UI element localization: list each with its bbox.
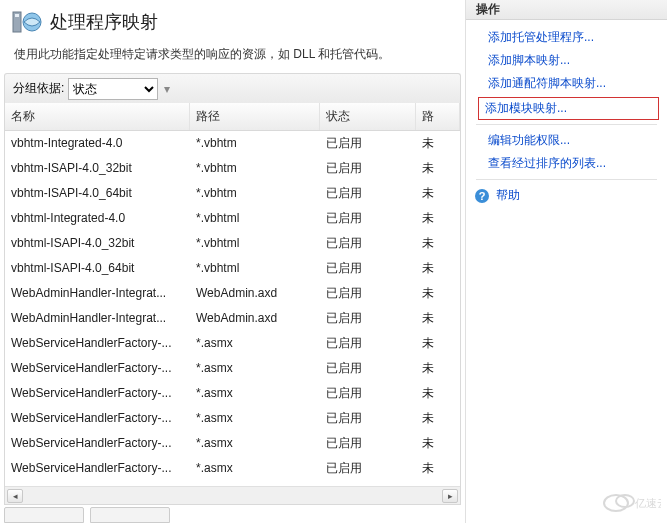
cell-state: 已启用: [320, 431, 416, 455]
table-row[interactable]: WebServiceHandlerFactory-...*.asmx已启用未: [5, 456, 460, 481]
table-row[interactable]: WebServiceHandlerFactory-...*.asmx已启用未: [5, 406, 460, 431]
actions-header: 操作: [466, 0, 667, 20]
svg-rect-1: [15, 14, 19, 17]
group-by-bar: 分组依据: 状态 ▾: [4, 73, 461, 103]
cell-extra: 未: [416, 281, 460, 305]
table-body: vbhtm-Integrated-4.0*.vbhtm已启用未vbhtm-ISA…: [5, 131, 460, 486]
table-row[interactable]: WebServiceHandlerFactory-...*.asmx已启用未: [5, 331, 460, 356]
cell-extra: 未: [416, 131, 460, 155]
title-row: 处理程序映射: [0, 0, 465, 42]
cell-extra: 未: [416, 256, 460, 280]
cell-state: 已启用: [320, 181, 416, 205]
cell-extra: 未: [416, 231, 460, 255]
cell-extra: 未: [416, 381, 460, 405]
cell-path: WebAdmin.axd: [190, 306, 320, 330]
col-header-path[interactable]: 路径: [190, 103, 320, 130]
scroll-left-button[interactable]: ◂: [7, 489, 23, 503]
cell-state: 已启用: [320, 281, 416, 305]
action-link[interactable]: 添加模块映射...: [478, 97, 659, 120]
action-link[interactable]: 编辑功能权限...: [466, 129, 667, 152]
scroll-right-button[interactable]: ▸: [442, 489, 458, 503]
table-row[interactable]: vbhtm-ISAPI-4.0_32bit*.vbhtm已启用未: [5, 156, 460, 181]
table-row[interactable]: vbhtml-Integrated-4.0*.vbhtml已启用未: [5, 206, 460, 231]
cell-name: vbhtm-ISAPI-4.0_32bit: [5, 156, 190, 180]
cell-state: 已启用: [320, 331, 416, 355]
action-link[interactable]: 添加通配符脚本映射...: [466, 72, 667, 95]
help-label: 帮助: [496, 187, 520, 204]
cell-state: 已启用: [320, 256, 416, 280]
table-row[interactable]: vbhtm-Integrated-4.0*.vbhtm已启用未: [5, 131, 460, 156]
actions-list: 添加托管处理程序...添加脚本映射...添加通配符脚本映射...添加模块映射..…: [466, 20, 667, 213]
action-link[interactable]: 查看经过排序的列表...: [466, 152, 667, 175]
cell-extra: 未: [416, 456, 460, 480]
main-panel: 处理程序映射 使用此功能指定处理特定请求类型的响应的资源，如 DLL 和托管代码…: [0, 0, 466, 523]
cell-state: 已启用: [320, 131, 416, 155]
cell-extra: 未: [416, 156, 460, 180]
table-row[interactable]: vbhtml-ISAPI-4.0_32bit*.vbhtml已启用未: [5, 231, 460, 256]
table-header-row: 名称 路径 状态 路: [5, 103, 460, 131]
actions-separator: [476, 179, 657, 180]
cell-extra: 未: [416, 431, 460, 455]
cell-state: 已启用: [320, 231, 416, 255]
cell-path: *.asmx: [190, 431, 320, 455]
cell-extra: 未: [416, 306, 460, 330]
cell-name: WebServiceHandlerFactory-...: [5, 356, 190, 380]
help-link[interactable]: ?帮助: [466, 184, 667, 207]
cell-name: WebServiceHandlerFactory-...: [5, 331, 190, 355]
col-header-state[interactable]: 状态: [320, 103, 416, 130]
footer-tab[interactable]: [90, 507, 170, 523]
group-by-label: 分组依据:: [13, 80, 64, 97]
action-link[interactable]: 添加托管处理程序...: [466, 26, 667, 49]
action-link[interactable]: 添加脚本映射...: [466, 49, 667, 72]
cell-state: 已启用: [320, 406, 416, 430]
cell-path: *.vbhtm: [190, 156, 320, 180]
cell-path: *.asmx: [190, 456, 320, 480]
cell-name: vbhtml-ISAPI-4.0_64bit: [5, 256, 190, 280]
cell-state: 已启用: [320, 206, 416, 230]
group-by-select[interactable]: 状态: [68, 78, 158, 100]
group-by-separator: ▾: [164, 82, 170, 96]
cell-name: WebServiceHandlerFactory-...: [5, 431, 190, 455]
cell-extra: 未: [416, 206, 460, 230]
cell-extra: 未: [416, 406, 460, 430]
col-header-name[interactable]: 名称: [5, 103, 190, 130]
cell-name: vbhtm-ISAPI-4.0_64bit: [5, 181, 190, 205]
cell-state: 已启用: [320, 381, 416, 405]
col-header-extra[interactable]: 路: [416, 103, 460, 130]
cell-path: WebAdmin.axd: [190, 281, 320, 305]
table-row[interactable]: WebServiceHandlerFactory-...*.asmx已启用未: [5, 356, 460, 381]
page-description: 使用此功能指定处理特定请求类型的响应的资源，如 DLL 和托管代码。: [0, 42, 465, 73]
cell-state: 已启用: [320, 456, 416, 480]
table-row[interactable]: WebServiceHandlerFactory-...*.asmx已启用未: [5, 431, 460, 456]
footer-tab[interactable]: [4, 507, 84, 523]
cell-extra: 未: [416, 181, 460, 205]
page-title: 处理程序映射: [50, 10, 158, 34]
cell-path: *.asmx: [190, 331, 320, 355]
table-row[interactable]: vbhtm-ISAPI-4.0_64bit*.vbhtm已启用未: [5, 181, 460, 206]
actions-separator: [476, 124, 657, 125]
table-row[interactable]: WebAdminHandler-Integrat...WebAdmin.axd已…: [5, 281, 460, 306]
cell-path: *.vbhtml: [190, 206, 320, 230]
cell-state: 已启用: [320, 156, 416, 180]
cell-path: *.asmx: [190, 381, 320, 405]
cell-state: 已启用: [320, 306, 416, 330]
table-row[interactable]: WebAdminHandler-Integrat...WebAdmin.axd已…: [5, 306, 460, 331]
table-row[interactable]: WebServiceHandlerFactory-...*.asmx已启用未: [5, 381, 460, 406]
actions-panel: 操作 添加托管处理程序...添加脚本映射...添加通配符脚本映射...添加模块映…: [466, 0, 667, 523]
cell-state: 已启用: [320, 356, 416, 380]
horizontal-scrollbar[interactable]: ◂ ▸: [5, 486, 460, 504]
cell-path: *.vbhtm: [190, 181, 320, 205]
handlers-table: 名称 路径 状态 路 vbhtm-Integrated-4.0*.vbhtm已启…: [4, 103, 461, 505]
cell-path: *.asmx: [190, 406, 320, 430]
cell-extra: 未: [416, 356, 460, 380]
cell-name: vbhtm-Integrated-4.0: [5, 131, 190, 155]
table-row[interactable]: vbhtml-ISAPI-4.0_64bit*.vbhtml已启用未: [5, 256, 460, 281]
cell-extra: 未: [416, 331, 460, 355]
handler-mappings-icon: [10, 6, 42, 38]
cell-path: *.vbhtml: [190, 231, 320, 255]
cell-name: vbhtml-Integrated-4.0: [5, 206, 190, 230]
cell-name: WebAdminHandler-Integrat...: [5, 306, 190, 330]
cell-name: vbhtml-ISAPI-4.0_32bit: [5, 231, 190, 255]
svg-text:?: ?: [479, 190, 486, 202]
footer-view-tabs: [4, 507, 461, 523]
